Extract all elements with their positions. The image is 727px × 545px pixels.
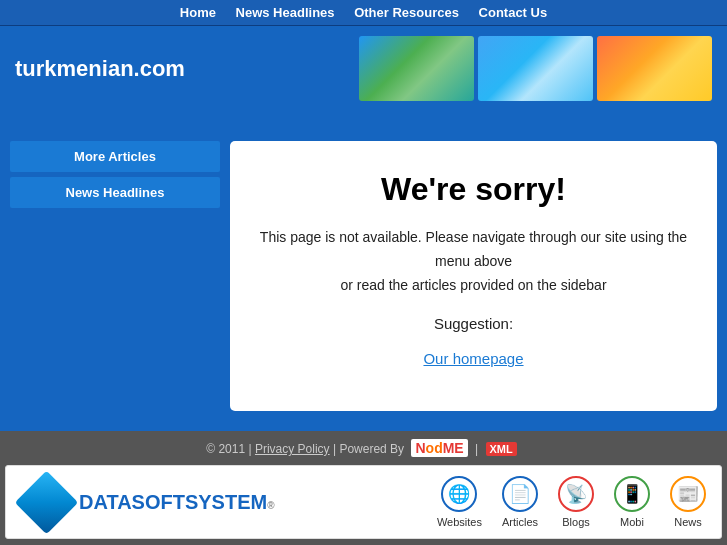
dss-logo: DATASOFTSYSTEM® <box>21 477 275 527</box>
more-articles-button[interactable]: More Articles <box>10 141 220 172</box>
websites-circle-icon: 🌐 <box>441 476 477 512</box>
banner-icon-articles[interactable]: 📄Articles <box>502 476 538 528</box>
news-label: News <box>674 516 702 528</box>
mobi-circle-icon: 📱 <box>614 476 650 512</box>
nav-other-resources[interactable]: Other Resources <box>354 5 459 20</box>
news-headlines-button[interactable]: News Headlines <box>10 177 220 208</box>
header-image-2 <box>478 36 593 101</box>
mobi-label: Mobi <box>620 516 644 528</box>
banner-icon-websites[interactable]: 🌐Websites <box>437 476 482 528</box>
dss-text: DATASOFTSYSTEM® <box>79 491 275 514</box>
site-header: turkmenian.com <box>0 26 727 111</box>
header-image-1 <box>359 36 474 101</box>
articles-label: Articles <box>502 516 538 528</box>
xml-badge: XML <box>486 442 517 456</box>
banner-icons: 🌐Websites📄Articles📡Blogs📱Mobi📰News <box>295 476 706 528</box>
homepage-link[interactable]: Our homepage <box>423 350 523 367</box>
banner-icon-mobi[interactable]: 📱Mobi <box>614 476 650 528</box>
top-navigation: Home News Headlines Other Resources Cont… <box>0 0 727 26</box>
sidebar: More Articles News Headlines <box>10 141 220 411</box>
sorry-body: This page is not available. Please navig… <box>255 226 692 297</box>
site-title: turkmenian.com <box>15 56 339 82</box>
copyright-text: © 2011 | <box>206 442 251 456</box>
nav-news-headlines[interactable]: News Headlines <box>236 5 335 20</box>
blogs-label: Blogs <box>562 516 590 528</box>
nodme-logo: NodME <box>411 439 467 457</box>
header-image-3 <box>597 36 712 101</box>
header-images <box>359 36 712 101</box>
dss-name2: SOFTSYSTEM <box>132 491 268 513</box>
articles-circle-icon: 📄 <box>502 476 538 512</box>
suggestion-label: Suggestion: <box>434 315 513 332</box>
nav-home[interactable]: Home <box>180 5 216 20</box>
privacy-policy-link[interactable]: Privacy Policy <box>255 442 330 456</box>
blue-divider <box>0 111 727 131</box>
nav-contact-us[interactable]: Contact Us <box>479 5 548 20</box>
dss-name: DATA <box>79 491 132 513</box>
dss-reg: ® <box>267 500 274 511</box>
banner-icon-blogs[interactable]: 📡Blogs <box>558 476 594 528</box>
dss-diamond-icon <box>14 470 78 534</box>
news-circle-icon: 📰 <box>670 476 706 512</box>
powered-by-text: | Powered By <box>333 442 404 456</box>
bottom-banner: DATASOFTSYSTEM® 🌐Websites📄Articles📡Blogs… <box>5 465 722 539</box>
dss-diamond-wrapper <box>21 477 71 527</box>
footer: © 2011 | Privacy Policy | Powered By Nod… <box>0 431 727 465</box>
websites-label: Websites <box>437 516 482 528</box>
sorry-title: We're sorry! <box>381 171 566 208</box>
content-box: We're sorry! This page is not available.… <box>230 141 717 411</box>
blogs-circle-icon: 📡 <box>558 476 594 512</box>
main-content-area: More Articles News Headlines We're sorry… <box>0 131 727 431</box>
banner-icon-news[interactable]: 📰News <box>670 476 706 528</box>
